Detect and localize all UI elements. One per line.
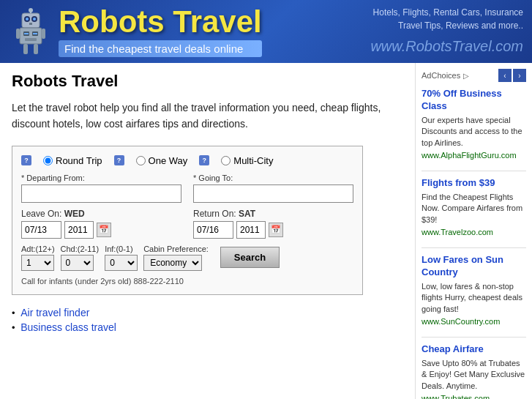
cabin-label: Cabin Preference: <box>143 245 209 253</box>
ad-choices-label: AdChoices <box>422 71 460 80</box>
ad-block-1: 70% Off Business Class Our experts have … <box>422 88 526 160</box>
site-subtitle: Find the cheapest travel deals online <box>59 40 262 57</box>
from-to-row: * Departing From: * Going To: <box>21 174 353 203</box>
svg-rect-5 <box>29 23 32 25</box>
svg-rect-6 <box>20 28 42 44</box>
departing-label: * Departing From: <box>21 174 181 182</box>
ad-divider-3 <box>422 337 526 338</box>
header-url: www.RobotsTravel.com <box>370 35 523 57</box>
dates-row: Leave On: WED 📅 Return On: SAT <box>21 209 353 239</box>
links-section: • Air travel finder • Business class tra… <box>12 307 403 333</box>
content-area: Robots Travel Let the travel robot help … <box>0 63 415 399</box>
round-trip-option[interactable]: Round Trip <box>43 155 102 166</box>
sidebar: AdChoices ▷ ‹ › 70% Off Business Class O… <box>415 63 532 399</box>
ad-block-4: Cheap Airfare Save Upto 80% at Trubates … <box>422 343 526 399</box>
inf-group: Inf:(0-1) 012 <box>105 245 138 271</box>
return-date-input[interactable] <box>193 221 233 239</box>
one-way-radio[interactable] <box>136 156 146 165</box>
cabin-group: Cabin Preference: EconomyBusinessFirst <box>143 245 209 271</box>
ad-4-url: www.Trubates.com <box>422 394 490 399</box>
return-calendar-icon[interactable]: 📅 <box>269 223 283 237</box>
return-date-input-row: 📅 <box>193 221 353 239</box>
chd-select[interactable]: 0123 <box>61 255 94 271</box>
ad-4-title[interactable]: Cheap Airfare <box>422 343 526 356</box>
departing-group: * Departing From: <box>21 174 181 203</box>
going-label: * Going To: <box>193 174 353 182</box>
return-year-input[interactable] <box>236 221 266 239</box>
ad-divider-2 <box>422 247 526 248</box>
ad-2-title[interactable]: Flights from $39 <box>422 177 526 190</box>
ad-prev-button[interactable]: ‹ <box>498 69 512 82</box>
search-button[interactable]: Search <box>220 247 280 268</box>
svg-rect-11 <box>25 38 37 41</box>
page-title: Robots Travel <box>12 72 403 91</box>
ad-choices-icon: ▷ <box>463 72 469 80</box>
main-container: Robots Travel Let the travel robot help … <box>0 63 532 399</box>
ad-1-title[interactable]: 70% Off Business Class <box>422 88 526 113</box>
ad-next-button[interactable]: › <box>513 69 526 82</box>
leave-date-input-row: 📅 <box>21 221 181 239</box>
departing-input[interactable] <box>21 184 181 203</box>
header-right: Hotels, Flights, Rental Cars, Insurance … <box>370 6 523 57</box>
adt-select[interactable]: 12345 <box>21 255 54 271</box>
ad-block-3: Low Fares on Sun Country Low, low fares … <box>422 254 526 327</box>
ad-2-text: Find the Cheapest Flights Now. Compare A… <box>422 192 526 225</box>
multi-city-label: Multi-City <box>233 155 273 166</box>
leave-calendar-icon[interactable]: 📅 <box>97 223 111 237</box>
ad-4-text: Save Upto 80% at Trubates & Enjoy! Get M… <box>422 358 526 392</box>
one-way-label: One Way <box>149 155 188 166</box>
header-title-area: Robots Travel Find the cheapest travel d… <box>59 7 262 57</box>
ad-3-url: www.SunCountry.com <box>422 317 500 326</box>
leave-date-input[interactable] <box>21 221 61 239</box>
return-day: SAT <box>239 209 255 219</box>
ad-1-text: Our experts have special Discounts and a… <box>422 115 526 149</box>
svg-point-3 <box>26 18 29 20</box>
svg-rect-13 <box>42 29 45 39</box>
leave-date-group: Leave On: WED 📅 <box>21 209 181 239</box>
logo-area: Robots Travel Find the cheapest travel d… <box>9 6 370 57</box>
list-item: • Air travel finder <box>12 307 403 318</box>
going-group: * Going To: <box>193 174 353 203</box>
going-input[interactable] <box>193 184 353 203</box>
svg-rect-9 <box>24 33 29 34</box>
ad-1-url: www.AlphaFlightGuru.com <box>422 151 517 160</box>
cabin-select[interactable]: EconomyBusinessFirst <box>143 255 202 271</box>
ad-2-url: www.Travelzoo.com <box>422 228 493 236</box>
business-class-link[interactable]: Business class travel <box>20 321 116 333</box>
help-icon-3[interactable]: ? <box>199 155 209 165</box>
ad-choices-row: AdChoices ▷ ‹ › <box>422 69 526 82</box>
leave-year-input[interactable] <box>64 221 94 239</box>
ad-divider-1 <box>422 171 526 171</box>
multi-city-radio[interactable] <box>221 156 231 165</box>
intro-text: Let the travel robot help you find all t… <box>12 100 403 133</box>
air-travel-link[interactable]: Air travel finder <box>20 307 89 318</box>
infants-note: Call for infants (under 2yrs old) 888-22… <box>21 277 353 286</box>
site-title: Robots Travel <box>59 7 262 37</box>
robot-logo-icon <box>9 6 53 57</box>
round-trip-label: Round Trip <box>56 155 102 166</box>
return-date-label: Return On: SAT <box>193 209 353 219</box>
passengers-row: Adt:(12+) 12345 Chd:(2-11) 0123 Inf:(0-1… <box>21 245 353 271</box>
help-icon-1[interactable]: ? <box>21 155 31 165</box>
svg-point-4 <box>33 18 36 20</box>
header-tagline1: Hotels, Flights, Rental Cars, Insurance <box>373 7 523 18</box>
ad-block-2: Flights from $39 Find the Cheapest Fligh… <box>422 177 526 237</box>
header-tagline2: Travel Tips, Reviews and more.. <box>398 20 523 31</box>
help-icon-2[interactable]: ? <box>114 155 124 165</box>
svg-point-17 <box>29 8 33 12</box>
ad-3-title[interactable]: Low Fares on Sun Country <box>422 254 526 279</box>
one-way-option[interactable]: One Way <box>136 155 188 166</box>
chd-group: Chd:(2-11) 0123 <box>61 245 100 271</box>
bullet-icon: • <box>12 307 15 318</box>
inf-select[interactable]: 012 <box>105 255 138 271</box>
bullet-icon: • <box>12 322 15 333</box>
svg-rect-14 <box>23 44 28 54</box>
multi-city-option[interactable]: Multi-City <box>221 155 273 166</box>
return-date-group: Return On: SAT 📅 <box>193 209 353 239</box>
search-box: ? Round Trip ? One Way ? Multi-City <box>12 146 363 295</box>
round-trip-radio[interactable] <box>43 156 53 165</box>
inf-label: Inf:(0-1) <box>105 245 138 253</box>
adt-label: Adt:(12+) <box>21 245 55 253</box>
adt-group: Adt:(12+) 12345 <box>21 245 55 271</box>
svg-rect-12 <box>16 29 20 39</box>
